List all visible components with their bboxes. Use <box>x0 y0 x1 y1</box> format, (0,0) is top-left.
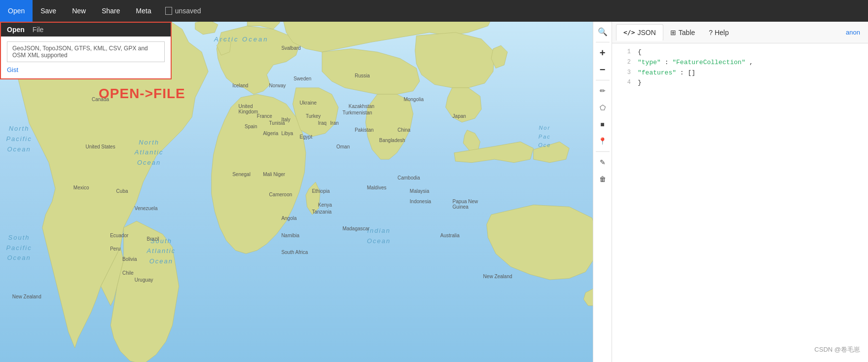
draw-point-btn[interactable]: 📍 <box>595 133 611 149</box>
document-icon <box>165 7 172 15</box>
line-number-2: 2 <box>616 58 631 68</box>
search-control-btn[interactable]: 🔍 <box>595 24 611 39</box>
top-bar: Open Save New Share Meta unsaved <box>0 0 868 22</box>
line-number-1: 1 <box>616 47 631 58</box>
map-ctrl-sep-2 <box>596 80 610 80</box>
tab-table[interactable]: ⊞ Table <box>663 25 702 40</box>
gist-link[interactable]: Gist <box>7 66 165 73</box>
draw-polygon-btn[interactable]: ⬠ <box>595 100 611 115</box>
csdn-watermark: CSDN @卷毛崽 <box>814 345 860 354</box>
help-tab-label: ? Help <box>709 29 728 36</box>
json-close-brace: } <box>638 78 642 88</box>
share-button[interactable]: Share <box>94 0 128 22</box>
tab-help[interactable]: ? Help <box>702 25 735 40</box>
json-colon-2: : <box>680 69 688 76</box>
dropdown-open-tab[interactable]: Open <box>7 26 25 34</box>
json-colon-1: : <box>665 59 673 66</box>
draw-line-btn[interactable]: ✏ <box>595 83 611 99</box>
open-file-annotation: OPEN->FILE <box>99 86 185 102</box>
json-line-2: 2 "type" : "FeatureCollection" , <box>612 58 868 68</box>
tab-json[interactable]: </> JSON <box>616 24 663 41</box>
delete-feature-btn[interactable]: 🗑 <box>595 171 611 187</box>
json-features-line: "features" : [] <box>638 68 695 78</box>
line-number-3: 3 <box>616 68 631 78</box>
json-value-features: [] <box>687 69 695 76</box>
file-input-placeholder[interactable]: GeoJSON, TopoJSON, GTFS, KML, CSV, GPX a… <box>7 41 165 62</box>
zoom-out-btn[interactable]: − <box>595 62 611 77</box>
json-key-type: "type" <box>638 59 661 66</box>
json-comma-1: , <box>749 59 753 66</box>
open-button[interactable]: Open <box>0 0 33 22</box>
user-label[interactable]: anon <box>842 29 864 36</box>
json-open-brace: { <box>638 47 642 58</box>
json-editor[interactable]: 1 { 2 "type" : "FeatureCollection" , 3 "… <box>612 43 868 362</box>
json-code-icon: </> <box>623 29 635 36</box>
map-controls: 🔍 + − ✏ ⬠ ■ 📍 ✎ 🗑 <box>593 22 612 362</box>
json-key-features: "features" <box>638 69 676 76</box>
json-type-line: "type" : "FeatureCollection" , <box>638 58 753 68</box>
right-panel-tabs: </> JSON ⊞ Table ? Help anon <box>612 22 868 43</box>
map-ctrl-sep-3 <box>596 151 610 152</box>
map-ctrl-sep-1 <box>596 42 610 42</box>
unsaved-button[interactable]: unsaved <box>159 0 207 22</box>
right-panel: </> JSON ⊞ Table ? Help anon 1 { 2 "type <box>612 22 868 362</box>
table-tab-label: Table <box>679 29 695 36</box>
save-button[interactable]: Save <box>33 0 64 22</box>
json-value-type: "FeatureCollection" <box>672 59 745 66</box>
unsaved-label: unsaved <box>175 7 201 15</box>
dropdown-body: GeoJSON, TopoJSON, GTFS, KML, CSV, GPX a… <box>1 36 171 78</box>
zoom-in-btn[interactable]: + <box>595 45 611 61</box>
json-line-4: 4 } <box>612 78 868 88</box>
main-content: Arctic Ocean NorthAtlanticOcean SouthAtl… <box>0 22 868 362</box>
new-button[interactable]: New <box>64 0 94 22</box>
draw-square-btn[interactable]: ■ <box>595 116 611 132</box>
map-area[interactable]: Arctic Ocean NorthAtlanticOcean SouthAtl… <box>0 22 612 362</box>
edit-feature-btn[interactable]: ✎ <box>595 154 611 170</box>
table-icon: ⊞ <box>670 29 676 36</box>
line-number-4: 4 <box>616 78 631 88</box>
json-line-1: 1 { <box>612 47 868 58</box>
meta-button[interactable]: Meta <box>128 0 159 22</box>
open-dropdown: Open File GeoJSON, TopoJSON, GTFS, KML, … <box>0 22 172 79</box>
dropdown-file-tab[interactable]: File <box>33 26 44 34</box>
json-line-3: 3 "features" : [] <box>612 68 868 78</box>
json-tab-label: JSON <box>637 29 655 36</box>
dropdown-header: Open File <box>1 23 171 36</box>
